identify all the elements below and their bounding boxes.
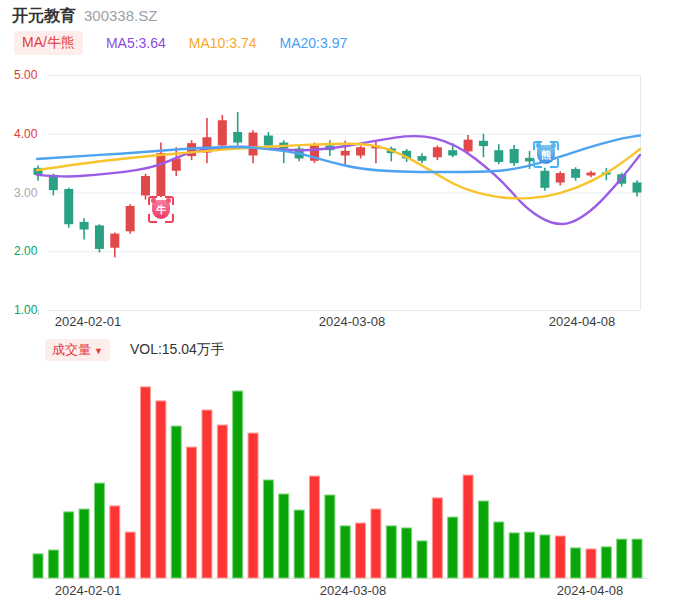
price-date-3: 2024-04-08 — [537, 314, 627, 330]
price-tick-5: 5.00 — [14, 67, 46, 83]
bear-icon: 熊 — [537, 145, 555, 164]
volume-header: 成交量▼ VOL:15.04万手 — [45, 339, 225, 361]
volume-date-2: 2024-03-08 — [308, 583, 398, 599]
price-volume-chart[interactable] — [0, 0, 686, 606]
price-tick-2: 2.00 — [14, 243, 46, 259]
bear-signal-badge[interactable]: 熊 — [533, 141, 559, 168]
price-date-1: 2024-02-01 — [43, 314, 133, 330]
bull-icon: 牛 — [152, 200, 170, 219]
volume-date-1: 2024-02-01 — [43, 583, 133, 599]
stock-chart-page: 开元教育 300338.SZ MA/牛熊 MA5:3.64 MA10:3.74 … — [0, 0, 686, 606]
bull-signal-badge[interactable]: 牛 — [148, 196, 174, 223]
price-tick-4: 4.00 — [14, 126, 46, 142]
price-date-2: 2024-03-08 — [307, 314, 397, 330]
volume-bars-layer — [33, 387, 642, 578]
volume-value: VOL:15.04万手 — [130, 341, 225, 359]
chevron-down-icon: ▼ — [94, 346, 103, 356]
price-tick-1: 1.00 — [14, 302, 46, 318]
volume-label: 成交量 — [52, 342, 91, 357]
volume-date-3: 2024-04-08 — [545, 583, 635, 599]
volume-indicator-dropdown[interactable]: 成交量▼ — [45, 339, 110, 361]
price-tick-3: 3.00 — [14, 185, 46, 201]
